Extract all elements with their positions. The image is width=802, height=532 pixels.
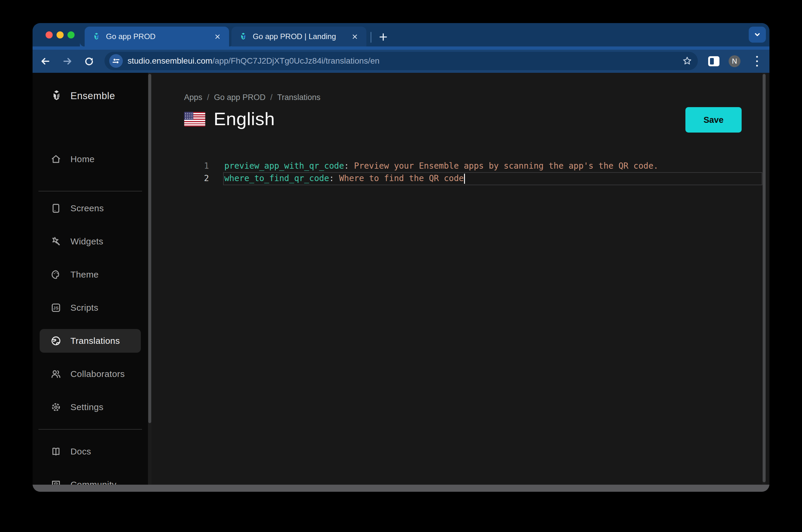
docs-book-icon bbox=[50, 445, 62, 458]
breadcrumb-apps[interactable]: Apps bbox=[184, 93, 203, 102]
bookmark-star-icon[interactable] bbox=[679, 53, 695, 69]
page-scrollbar-track[interactable] bbox=[762, 73, 766, 484]
home-icon bbox=[50, 153, 62, 165]
back-button[interactable] bbox=[36, 52, 55, 71]
sidebar-item-label: Settings bbox=[71, 402, 103, 412]
screenshot-stage: Go app PROD Go app PROD | Landing bbox=[0, 0, 802, 532]
us-flag-icon bbox=[184, 112, 205, 127]
url-path: /app/FhQC7J2DjXTg0UcJz84i/translations/e… bbox=[212, 56, 379, 65]
side-panel-icon[interactable] bbox=[705, 52, 723, 71]
new-tab-button[interactable] bbox=[377, 30, 390, 44]
ensemble-logo-icon bbox=[50, 89, 63, 103]
page-title: English bbox=[214, 108, 275, 129]
code-text: where_to_find_qr_code: Where to find the… bbox=[224, 172, 465, 185]
tab-close-icon[interactable] bbox=[350, 32, 359, 41]
sidebar: Ensemble Home Screens bbox=[33, 73, 148, 484]
tab-strip: Go app PROD Go app PROD | Landing bbox=[33, 23, 769, 46]
zoom-window-button[interactable] bbox=[68, 31, 75, 38]
sidebar-item-home[interactable]: Home bbox=[33, 147, 148, 171]
window-bottom-edge bbox=[33, 484, 769, 492]
sidebar-item-label: Widgets bbox=[71, 236, 103, 246]
screens-icon bbox=[50, 202, 62, 214]
sidebar-scrollbar-thumb[interactable] bbox=[148, 74, 151, 423]
tab-go-app-prod-landing[interactable]: Go app PROD | Landing bbox=[231, 26, 366, 46]
reload-button[interactable] bbox=[80, 52, 98, 71]
brand: Ensemble bbox=[33, 85, 148, 107]
sidebar-item-label: Collaborators bbox=[71, 369, 125, 379]
sidebar-item-label: Translations bbox=[71, 336, 120, 346]
line-number: 1 bbox=[152, 160, 209, 172]
code-text: preview_app_with_qr_code: Preview your E… bbox=[224, 160, 658, 172]
sidebar-item-label: Scripts bbox=[71, 303, 98, 313]
tab-title: Go app PROD | Landing bbox=[253, 32, 346, 41]
breadcrumb-separator: / bbox=[270, 93, 272, 102]
tab-search-chevron-button[interactable] bbox=[749, 26, 766, 43]
sidebar-item-theme[interactable]: Theme bbox=[33, 263, 148, 286]
forward-button[interactable] bbox=[58, 52, 77, 71]
scripts-js-icon: JS bbox=[50, 302, 62, 314]
sidebar-item-translations[interactable]: Translations bbox=[40, 329, 141, 353]
breadcrumb-translations[interactable]: Translations bbox=[277, 93, 321, 102]
svg-text:JS: JS bbox=[53, 306, 59, 310]
breadcrumb: Apps / Go app PROD / Translations bbox=[184, 93, 321, 102]
browser-toolbar: studio.ensembleui.com/app/FhQC7J2DjXTg0U… bbox=[33, 50, 769, 73]
sidebar-item-label: Home bbox=[71, 154, 95, 164]
address-bar[interactable]: studio.ensembleui.com/app/FhQC7J2DjXTg0U… bbox=[104, 52, 698, 70]
editor-line[interactable]: 1 preview_app_with_qr_code: Preview your… bbox=[152, 160, 766, 172]
line-number: 2 bbox=[152, 172, 209, 185]
tab-separator bbox=[370, 32, 371, 43]
translations-globe-icon bbox=[50, 335, 62, 347]
sidebar-item-docs[interactable]: Docs bbox=[33, 440, 148, 463]
sidebar-item-settings[interactable]: Settings bbox=[33, 395, 148, 419]
close-window-button[interactable] bbox=[45, 31, 53, 38]
tab-close-icon[interactable] bbox=[213, 32, 222, 41]
main-content: Apps / Go app PROD / Translations Englis… bbox=[152, 73, 766, 484]
save-button[interactable]: Save bbox=[685, 107, 742, 133]
sidebar-item-screens[interactable]: Screens bbox=[33, 196, 148, 220]
tab-title: Go app PROD bbox=[106, 32, 208, 41]
sidebar-scrollbar-track[interactable] bbox=[148, 73, 152, 484]
page-scrollbar-thumb[interactable] bbox=[763, 74, 766, 482]
url-text: studio.ensembleui.com/app/FhQC7J2DjXTg0U… bbox=[128, 56, 679, 66]
profile-avatar[interactable]: N bbox=[729, 55, 741, 67]
sidebar-item-label: Theme bbox=[71, 269, 98, 280]
collaborators-icon bbox=[50, 368, 62, 380]
widgets-icon bbox=[50, 235, 62, 248]
sidebar-divider bbox=[38, 191, 142, 191]
tabstrip-accent-strip bbox=[33, 46, 769, 50]
sidebar-item-collaborators[interactable]: Collaborators bbox=[33, 362, 148, 386]
tab-go-app-prod[interactable]: Go app PROD bbox=[84, 26, 229, 46]
site-settings-tune-icon[interactable] bbox=[109, 54, 123, 68]
sidebar-item-label: Docs bbox=[71, 446, 91, 457]
sidebar-item-label: Screens bbox=[71, 203, 104, 213]
editor-line-active[interactable]: 2 where_to_find_qr_code: Where to find t… bbox=[152, 172, 766, 185]
settings-gear-icon bbox=[50, 401, 62, 413]
browser-window: Go app PROD Go app PROD | Landing bbox=[33, 23, 769, 492]
page-body: Ensemble Home Screens bbox=[33, 73, 769, 484]
ensemble-favicon bbox=[92, 32, 101, 41]
breadcrumb-separator: / bbox=[207, 93, 210, 102]
theme-palette-icon bbox=[50, 268, 62, 281]
sidebar-item-widgets[interactable]: Widgets bbox=[33, 230, 148, 253]
breadcrumb-go-app-prod[interactable]: Go app PROD bbox=[214, 93, 265, 102]
url-host: studio.ensembleui.com bbox=[128, 56, 212, 65]
minimize-window-button[interactable] bbox=[57, 31, 64, 38]
browser-menu-icon[interactable] bbox=[751, 52, 763, 71]
brand-label: Ensemble bbox=[71, 90, 115, 101]
sidebar-item-scripts[interactable]: JS Scripts bbox=[33, 296, 148, 320]
sidebar-divider bbox=[38, 429, 142, 430]
text-cursor bbox=[464, 174, 465, 184]
ensemble-favicon bbox=[238, 32, 248, 41]
